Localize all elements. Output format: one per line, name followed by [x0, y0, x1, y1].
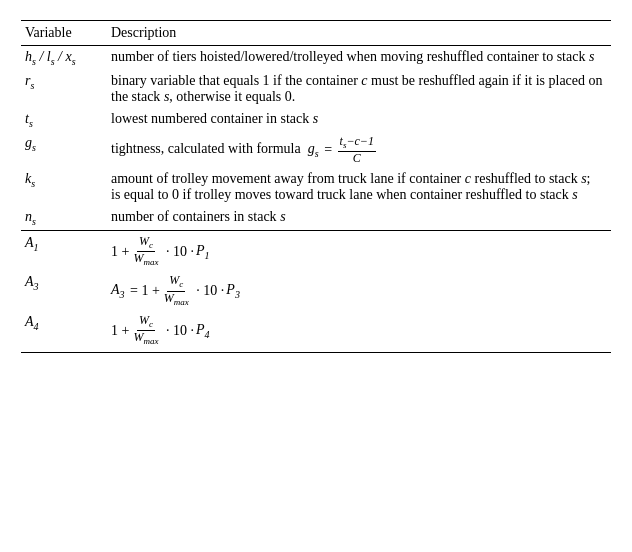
table-row: A3 A3 = 1 + Wc Wmax · 10 · P3: [21, 271, 611, 311]
fraction-ts-c-1-C: ts−c−1 C: [338, 135, 376, 165]
variable-cell: A3: [21, 271, 111, 311]
description-cell: number of tiers hoisted/lowered/trolleye…: [111, 46, 611, 70]
description-cell: amount of trolley movement away from tru…: [111, 168, 611, 206]
variable-cell: hs / ls / xs: [21, 46, 111, 70]
main-table-container: Variable Description hs / ls / xs number…: [21, 20, 611, 353]
header-variable: Variable: [21, 21, 111, 46]
description-cell: A3 = 1 + Wc Wmax · 10 · P3: [111, 271, 611, 311]
fraction-Wc-Wmax-A4: Wc Wmax: [131, 314, 160, 348]
formula-A3: A3 = 1 + Wc Wmax · 10 · P3: [111, 274, 240, 308]
formula-A1: 1 + Wc Wmax · 10 · P1: [111, 235, 209, 269]
description-cell: tightness, calculated with formula gs = …: [111, 132, 611, 168]
variable-cell: ks: [21, 168, 111, 206]
variable-cell: A4: [21, 311, 111, 352]
description-cell: binary variable that equals 1 if the con…: [111, 70, 611, 108]
table-row: rs binary variable that equals 1 if the …: [21, 70, 611, 108]
table-row: ns number of containers in stack s: [21, 206, 611, 230]
description-cell: 1 + Wc Wmax · 10 · P4: [111, 311, 611, 352]
variable-cell: gs: [21, 132, 111, 168]
description-cell: number of containers in stack s: [111, 206, 611, 230]
description-cell: lowest numbered container in stack s: [111, 108, 611, 132]
variable-cell: A1: [21, 230, 111, 271]
fraction-Wc-Wmax: Wc Wmax: [131, 235, 160, 269]
variable-cell: ts: [21, 108, 111, 132]
variable-cell: ns: [21, 206, 111, 230]
formula-gs: gs = ts−c−1 C: [308, 135, 376, 165]
table-row: ks amount of trolley movement away from …: [21, 168, 611, 206]
table-row: gs tightness, calculated with formula gs…: [21, 132, 611, 168]
table-row: hs / ls / xs number of tiers hoisted/low…: [21, 46, 611, 70]
header-description: Description: [111, 21, 611, 46]
variables-table: Variable Description hs / ls / xs number…: [21, 20, 611, 353]
table-row: ts lowest numbered container in stack s: [21, 108, 611, 132]
variable-cell: rs: [21, 70, 111, 108]
table-row: A4 1 + Wc Wmax · 10 · P4: [21, 311, 611, 352]
table-row-divider: A1 1 + Wc Wmax · 10 · P1: [21, 230, 611, 271]
formula-A4: 1 + Wc Wmax · 10 · P4: [111, 314, 209, 348]
fraction-Wc-Wmax-A3: Wc Wmax: [162, 274, 191, 308]
description-cell: 1 + Wc Wmax · 10 · P1: [111, 230, 611, 271]
